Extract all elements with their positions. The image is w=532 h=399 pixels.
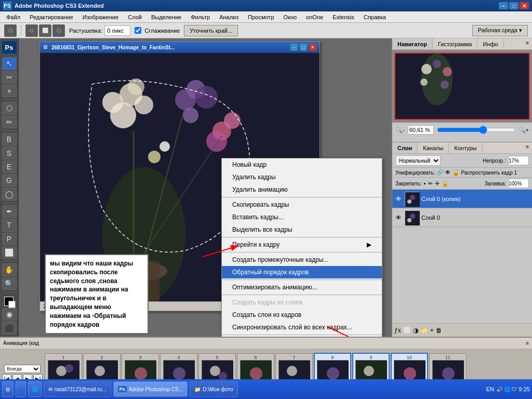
tool-hand[interactable]: ✋ <box>2 263 17 276</box>
ps-taskbar-label: Adobe Photoshop CS... <box>129 387 183 392</box>
ctx-new-frame[interactable]: Новый кадр <box>222 158 382 171</box>
ctx-paste-frames[interactable]: Вставить кадры... <box>222 211 382 223</box>
unify-icon-1[interactable]: 🔗 <box>436 169 444 176</box>
ctx-delete-animation[interactable]: Удалить анимацию <box>222 183 382 196</box>
menu-edit[interactable]: Редактирование <box>25 13 77 21</box>
tool-clone[interactable]: S <box>2 147 17 159</box>
tool-crop[interactable]: ⬡ <box>2 102 17 114</box>
tool-lasso[interactable]: ✂ <box>2 71 17 84</box>
color-chips[interactable] <box>2 295 17 307</box>
tool-eraser[interactable]: E <box>2 161 17 173</box>
menu-window[interactable]: Окно <box>280 13 301 21</box>
tool-magic-wand[interactable]: ⌖ <box>2 85 17 97</box>
feather-input[interactable] <box>104 25 130 36</box>
ctx-tween[interactable]: Создать промежуточные кадры... <box>222 254 382 266</box>
tab-histogram[interactable]: Гистограмма <box>433 38 478 49</box>
tab-paths[interactable]: Контуры <box>449 142 482 153</box>
zoom-slider[interactable] <box>437 127 515 133</box>
lock-all-icon[interactable]: 🔒 <box>442 180 449 187</box>
unify-icon-3[interactable]: 🔒 <box>452 169 460 176</box>
tool-screen-mode[interactable]: ⬛ <box>2 322 17 334</box>
tab-channels[interactable]: Каналы <box>418 142 449 153</box>
unify-icon-2[interactable]: 👁 <box>445 169 451 176</box>
blend-mode-select[interactable]: Нормальный <box>395 155 441 166</box>
email-taskbar-item[interactable]: ✉ natali73123@mail.ru... <box>44 381 111 397</box>
anim-menu-icon[interactable]: ≡ <box>526 340 529 346</box>
layer-style-icon[interactable]: ƒx <box>394 327 401 334</box>
zoom-input[interactable] <box>408 125 434 135</box>
layer-visibility-original[interactable]: 👁 <box>394 214 403 222</box>
lock-transparent-icon[interactable]: ▪ <box>424 180 426 187</box>
ctx-layers-from-frames[interactable]: Создать слои из кадров <box>222 309 382 321</box>
menu-file[interactable]: Файл <box>2 13 24 21</box>
tool-eyedropper[interactable]: ✏ <box>2 116 17 128</box>
workspace-button[interactable]: Рабочая среда ▾ <box>472 25 528 36</box>
lock-pixels-icon[interactable]: ✏ <box>428 180 433 187</box>
tool-quick-mask[interactable]: ◉ <box>2 308 17 321</box>
navigator-menu-icon[interactable]: ≡ <box>523 38 532 49</box>
tab-navigator[interactable]: Навигатор <box>392 38 433 49</box>
ps-taskbar-item[interactable]: Ps Adobe Photoshop CS... <box>113 381 188 397</box>
layer-group-icon[interactable]: 📁 <box>420 327 428 334</box>
fill-input[interactable] <box>508 179 529 188</box>
maximize-button[interactable]: □ <box>509 2 518 9</box>
ctx-reverse-frames[interactable]: Обратный порядок кадров <box>222 266 382 278</box>
tool-pen[interactable]: ✒ <box>2 205 17 218</box>
loop-select[interactable]: Всегда <box>4 365 41 373</box>
ctx-goto-frame[interactable]: Перейти к кадру ▶ <box>222 238 382 251</box>
layers-menu-icon[interactable]: ≡ <box>523 142 532 153</box>
menu-layer[interactable]: Слой <box>124 13 146 21</box>
opacity-input[interactable] <box>508 156 529 165</box>
layer-item-copy[interactable]: 👁 Слой 0 (копия) <box>392 190 532 208</box>
tool-text[interactable]: T <box>2 219 17 231</box>
zoom-out-icon[interactable]: 🔍- <box>395 127 405 134</box>
folder-taskbar-item[interactable]: 📁 D:\Мои фото <box>190 381 238 397</box>
menu-image[interactable]: Изображение <box>78 13 123 21</box>
layer-mask-icon[interactable]: ⬜ <box>403 327 411 334</box>
layer-new-icon[interactable]: + <box>430 327 434 334</box>
layer-delete-icon[interactable]: 🗑 <box>436 327 442 334</box>
brush-option-3[interactable]: ⬡ <box>52 24 65 37</box>
layer-adjustment-icon[interactable]: ◑ <box>413 327 418 334</box>
frame-num-4: 4 <box>177 355 180 360</box>
ctx-select-all-frames[interactable]: Выделить все кадры <box>222 223 382 236</box>
zoom-in-icon[interactable]: 🔍+ <box>518 127 529 134</box>
close-button[interactable]: ✕ <box>520 2 529 9</box>
smooth-checkbox[interactable] <box>135 27 141 34</box>
svg-point-59 <box>442 367 455 380</box>
tool-dodge[interactable]: ◯ <box>2 188 17 201</box>
layer-visibility-copy[interactable]: 👁 <box>394 195 403 203</box>
ctx-copy-frames[interactable]: Скопировать кадры <box>222 198 382 211</box>
brush-option-2[interactable]: ⬜ <box>39 24 51 37</box>
doc-close-button[interactable]: ✕ <box>309 44 316 51</box>
doc-maximize-button[interactable]: □ <box>300 44 307 51</box>
tool-options-icon[interactable]: ⬡ <box>4 24 17 37</box>
svg-line-22 <box>328 327 392 337</box>
menu-help[interactable]: Справка <box>360 13 390 21</box>
tab-layers[interactable]: Слои <box>392 142 418 153</box>
menu-view[interactable]: Просмотр <box>244 13 278 21</box>
tool-shape[interactable]: ⬜ <box>2 246 17 259</box>
tool-gradient[interactable]: G <box>2 174 17 187</box>
menu-onone[interactable]: onOne <box>302 13 327 21</box>
doc-minimize-button[interactable]: – <box>290 44 298 51</box>
ctx-delete-frames[interactable]: Удалить кадры <box>222 171 382 183</box>
tool-zoom[interactable]: 🔍 <box>2 277 17 290</box>
tool-path-select[interactable]: P <box>2 233 17 245</box>
tool-select[interactable]: ↖ <box>2 57 17 70</box>
layer-item-original[interactable]: 👁 Слой 0 <box>392 208 532 227</box>
refine-edge-button[interactable]: Уточнить край... <box>184 25 238 36</box>
tool-brush[interactable]: B <box>2 133 17 145</box>
brush-option-1[interactable]: □ <box>25 24 38 37</box>
menu-select[interactable]: Выделение <box>147 13 185 21</box>
ctx-optimize[interactable]: Оптимизировать анимацию... <box>222 281 382 294</box>
menu-filter[interactable]: Фильтр <box>187 13 214 21</box>
menu-extensis[interactable]: Extensis <box>328 13 358 21</box>
lock-position-icon[interactable]: ✛ <box>435 180 440 187</box>
minimize-button[interactable]: – <box>499 2 508 9</box>
ie-button[interactable]: e <box>16 381 26 397</box>
firefox-button[interactable]: 🌐 <box>28 381 42 397</box>
start-button[interactable]: ⊞ <box>2 381 14 397</box>
tab-info[interactable]: Инфо <box>477 38 503 49</box>
menu-analysis[interactable]: Анализ <box>215 13 243 21</box>
